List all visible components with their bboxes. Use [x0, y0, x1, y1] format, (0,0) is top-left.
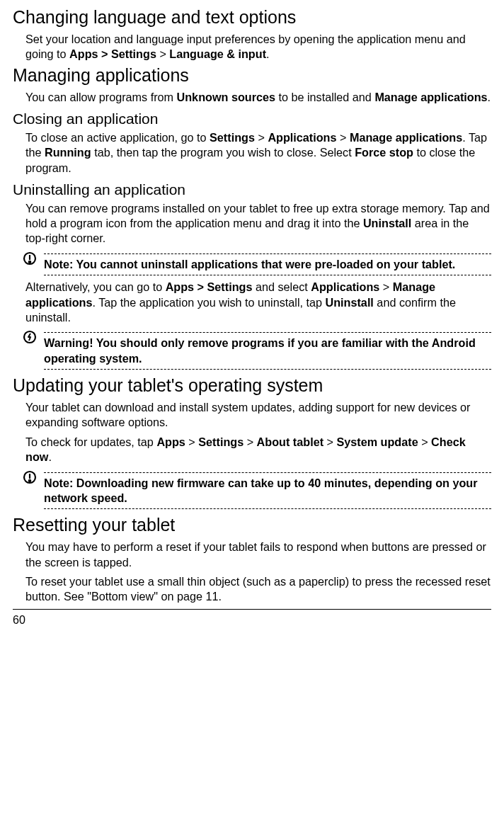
text-bold: Manage applications: [350, 131, 462, 144]
text: >: [255, 131, 268, 144]
text-bold: Applications: [268, 131, 336, 144]
page-number: 60: [13, 614, 25, 626]
text: .: [48, 450, 52, 463]
text-bold: Force stop: [355, 146, 413, 159]
text: and select: [252, 280, 311, 293]
heading-uninstalling-application: Uninstalling an application: [13, 180, 491, 200]
text: >: [244, 435, 256, 448]
divider-dashed: [44, 332, 491, 333]
text: to be installed and: [275, 91, 374, 103]
heading-managing-applications: Managing applications: [13, 64, 491, 87]
note-text: Note: Downloading new firmware can take …: [44, 476, 491, 506]
text-bold: Uninstall: [363, 217, 411, 229]
paragraph: You can remove programs installed on you…: [25, 201, 491, 246]
text-bold: Language & input: [169, 47, 266, 60]
text: >: [323, 435, 336, 448]
divider-dashed: [44, 369, 491, 370]
text: tab, then tap the program you wish to cl…: [91, 146, 355, 159]
text-bold: Apps: [156, 435, 185, 448]
text: .: [488, 91, 491, 103]
text: >: [185, 435, 198, 448]
note-callout: Note: Downloading new firmware can take …: [25, 472, 491, 510]
paragraph: To check for updates, tap Apps > Setting…: [25, 435, 491, 465]
text-bold: About tablet: [257, 435, 323, 448]
note-callout: Note: You cannot uninstall applications …: [25, 253, 491, 275]
text: Alternatively, you can go to: [25, 280, 166, 293]
lightning-icon: [23, 330, 37, 348]
warning-text: Warning! You should only remove programs…: [44, 336, 491, 366]
heading-changing-language: Changing language and text options: [13, 6, 491, 29]
svg-point-2: [29, 261, 30, 263]
paragraph: You can allow programs from Unknown sour…: [25, 90, 491, 105]
heading-resetting-tablet: Resetting your tablet: [13, 513, 491, 537]
text: >: [418, 435, 431, 448]
document-page: Changing language and text options Set y…: [0, 0, 504, 632]
divider-dashed: [44, 472, 491, 473]
alert-icon: [23, 251, 37, 269]
divider-dashed: [44, 508, 491, 509]
text-bold: Settings: [210, 131, 255, 144]
text-bold: Uninstall: [326, 296, 374, 309]
text: To check for updates, tap: [25, 435, 156, 448]
divider-dashed: [44, 253, 491, 254]
text: . Tap the application you wish to uninst…: [92, 296, 325, 309]
paragraph: Alternatively, you can go to Apps > Sett…: [25, 280, 491, 325]
paragraph: Your tablet can download and install sys…: [25, 400, 491, 431]
text-bold: Apps > Settings: [69, 47, 156, 60]
text: >: [156, 47, 169, 60]
text-bold: Running: [45, 146, 91, 159]
text: To close an active application, go to: [25, 131, 210, 144]
text: >: [379, 280, 392, 293]
text: You can allow programs from: [25, 91, 177, 103]
divider-dashed: [44, 275, 491, 275]
text: .: [266, 47, 270, 60]
heading-closing-application: Closing an application: [13, 109, 491, 129]
text: >: [337, 131, 350, 144]
text-bold: System update: [336, 435, 418, 448]
text-bold: Applications: [311, 280, 379, 293]
paragraph: To reset your tablet use a small thin ob…: [25, 574, 491, 605]
paragraph: Set your location and language input pre…: [25, 32, 491, 62]
page-footer: 60: [13, 609, 491, 627]
text-bold: Settings: [198, 435, 244, 448]
text-bold: Unknown sources: [177, 91, 275, 103]
note-text: Note: You cannot uninstall applications …: [44, 257, 491, 272]
paragraph: To close an active application, go to Se…: [25, 130, 491, 176]
text-bold: Apps > Settings: [166, 280, 253, 293]
warning-callout: Warning! You should only remove programs…: [25, 332, 491, 370]
paragraph: You may have to perform a reset if your …: [25, 540, 491, 570]
svg-point-6: [29, 479, 30, 481]
text-bold: Manage applications: [374, 91, 487, 103]
heading-updating-os: Updating your tablet's operating system: [13, 374, 491, 397]
alert-icon: [23, 470, 37, 488]
